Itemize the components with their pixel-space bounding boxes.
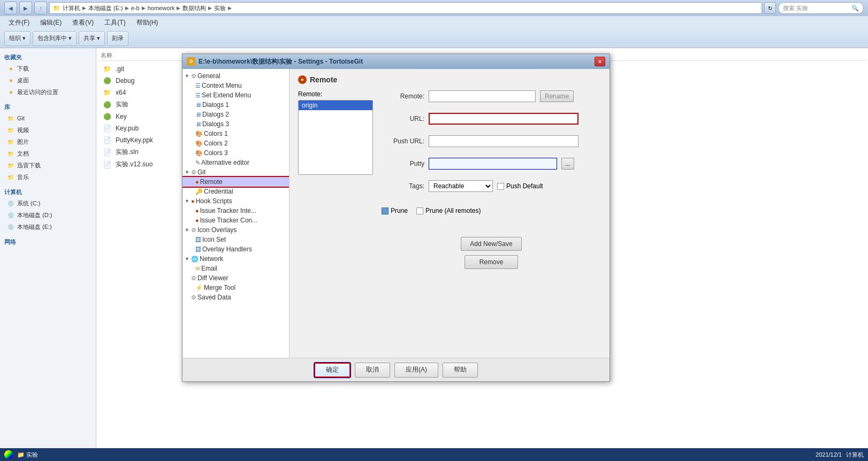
address-part-1[interactable]: 本地磁盘 (E:)	[88, 4, 123, 12]
sidebar-favorites-title[interactable]: 收藏夹	[2, 52, 94, 63]
drive-icon-d: 💿	[6, 211, 15, 219]
address-part-4[interactable]: 数据结构	[182, 4, 206, 12]
dialog-footer: 确定 取消 应用(A) 帮助	[182, 358, 610, 381]
tags-select[interactable]: Reachable All None	[429, 180, 493, 192]
tree-item-network[interactable]: ▼ 🌐 Network	[182, 254, 289, 264]
back-button[interactable]: ◀	[4, 2, 17, 14]
menu-view[interactable]: 查看(V)	[68, 17, 98, 28]
remote-list-box[interactable]: origin	[298, 100, 373, 175]
library-button[interactable]: 包含到库中 ▾	[33, 31, 77, 46]
tree-item-context-menu[interactable]: ☰ Context Menu	[182, 81, 289, 90]
rename-button[interactable]: Rename	[540, 90, 574, 102]
prune-checkbox[interactable]	[382, 208, 389, 214]
sidebar-section-network: 网络	[2, 237, 94, 247]
gear-icon-icon: ⚙	[191, 227, 196, 234]
merge-icon: ⚡	[195, 285, 203, 291]
address-part-3[interactable]: homework	[148, 5, 175, 11]
dialog-close-button[interactable]: ×	[595, 57, 605, 66]
folder-icon-video: 📁	[6, 126, 15, 134]
tracker-icon-int: ●	[195, 208, 199, 214]
sidebar-item-music[interactable]: 📁 音乐	[2, 171, 94, 183]
tree-item-diff-viewer[interactable]: ⚙ Diff Viewer	[182, 273, 289, 283]
tree-item-dialogs2[interactable]: 🖥 Dialogs 2	[182, 110, 289, 119]
push-default-checkbox[interactable]	[497, 183, 504, 190]
sidebar-item-docs[interactable]: 📁 文档	[2, 148, 94, 159]
sidebar-item-xunlei[interactable]: 📁 迅雷下载	[2, 159, 94, 171]
sidebar-item-desktop[interactable]: ★ 桌面	[2, 74, 94, 86]
windows-logo[interactable]	[4, 450, 13, 459]
dialog-title-icon: ⚙	[187, 57, 195, 66]
colors-icon-1: 🎨	[195, 130, 203, 137]
address-part-5[interactable]: 实验	[214, 4, 226, 12]
sidebar-network-title[interactable]: 网络	[2, 237, 94, 247]
remove-button[interactable]: Remove	[465, 255, 518, 269]
tree-item-alt-editor[interactable]: ✎ Alternative editor	[182, 158, 289, 167]
sidebar-item-pictures[interactable]: 📁 图片	[2, 136, 94, 148]
address-part-2[interactable]: e-b	[131, 5, 140, 11]
gear-icon-saved: ⚙	[191, 294, 196, 301]
prune-all-checkbox[interactable]	[416, 208, 423, 214]
sidebar-item-video[interactable]: 📁 视频	[2, 124, 94, 136]
tree-item-email[interactable]: ✉ Email	[182, 264, 289, 273]
tree-item-credential[interactable]: 🔑 Credential	[182, 187, 289, 196]
sidebar-item-git[interactable]: 📁 Git	[2, 112, 94, 124]
network-icon: 🌐	[191, 256, 199, 263]
apply-button[interactable]: 应用(A)	[394, 363, 438, 378]
tree-item-dialogs1[interactable]: 🖥 Dialogs 1	[182, 100, 289, 110]
organize-button[interactable]: 组织 ▾	[4, 31, 31, 46]
sidebar-library-title[interactable]: 库	[2, 102, 94, 112]
sidebar-item-e-drive[interactable]: 💿 本地磁盘 (E:)	[2, 221, 94, 233]
up-button[interactable]: ↑	[34, 2, 47, 14]
menu-tools[interactable]: 工具(T)	[100, 17, 130, 28]
remote-name-input[interactable]	[429, 90, 536, 102]
tree-item-set-extend[interactable]: ☰ Set Extend Menu	[182, 90, 289, 100]
tree-item-issue-tracker-int[interactable]: ● Issue Tracker Inte...	[182, 206, 289, 216]
ok-button[interactable]: 确定	[314, 363, 351, 378]
forward-button[interactable]: ▶	[19, 2, 32, 14]
url-input[interactable]	[429, 113, 578, 125]
tree-item-dialogs3[interactable]: 🖥 Dialogs 3	[182, 119, 289, 129]
star-icon-2: ★	[6, 76, 15, 84]
tree-item-colors3[interactable]: 🎨 Colors 3	[182, 148, 289, 158]
help-button[interactable]: 帮助	[443, 363, 478, 378]
tree-item-merge-tool[interactable]: ⚡ Merge Tool	[182, 283, 289, 293]
tree-item-icon-set[interactable]: 🖼 Icon Set	[182, 235, 289, 244]
menu-help[interactable]: 帮助(H)	[132, 17, 163, 28]
file-icon-2: 📄	[103, 136, 111, 144]
address-bar[interactable]: 📁 计算机 ▶ 本地磁盘 (E:) ▶ e-b ▶ homework ▶ 数据结…	[49, 2, 762, 14]
file-icon-4: 📄	[103, 160, 111, 169]
monitor-icon-1: 🖥	[195, 102, 201, 108]
putty-row: Putty ...	[382, 158, 601, 170]
tree-item-saved-data[interactable]: ⚙ Saved Data	[182, 293, 289, 302]
add-new-save-button[interactable]: Add New/Save	[461, 237, 521, 251]
tree-item-overlay-handlers[interactable]: 🖼 Overlay Handlers	[182, 244, 289, 254]
tree-item-colors2[interactable]: 🎨 Colors 2	[182, 139, 289, 148]
tree-item-hook-scripts[interactable]: ▼ ● Hook Scripts	[182, 196, 289, 206]
tree-item-icon-overlays[interactable]: ▼ ⚙ Icon Overlays	[182, 225, 289, 235]
push-url-input[interactable]	[429, 135, 578, 147]
tree-item-general[interactable]: ▼ ⚙ General	[182, 71, 289, 81]
menu-file[interactable]: 文件(F)	[4, 17, 34, 28]
menu-edit[interactable]: 编辑(E)	[36, 17, 66, 28]
address-part-0[interactable]: 计算机	[63, 4, 80, 12]
sidebar-computer-title[interactable]: 计算机	[2, 187, 94, 197]
putty-input[interactable]	[429, 158, 557, 170]
taskbar-item-explorer[interactable]: 📁 实验	[17, 451, 38, 459]
tree-item-colors1[interactable]: 🎨 Colors 1	[182, 129, 289, 139]
refresh-button[interactable]: ↻	[764, 2, 776, 14]
sidebar-item-c-drive[interactable]: 💿 系统 (C:)	[2, 197, 94, 209]
tree-item-remote[interactable]: ● Remote	[182, 177, 289, 187]
burn-button[interactable]: 刻录	[107, 31, 128, 46]
tree-item-issue-tracker-con[interactable]: ● Issue Tracker Con...	[182, 216, 289, 225]
sidebar-item-recent[interactable]: ★ 最近访问的位置	[2, 86, 94, 98]
search-bar[interactable]: 搜索 实验 🔍	[778, 2, 864, 14]
green-folder-icon-3: 🟢	[103, 112, 111, 121]
share-button[interactable]: 共享 ▾	[79, 31, 105, 46]
browse-button[interactable]: ...	[561, 158, 574, 170]
dialog-title-bar: ⚙ E:\e-b\homework\数据结构\实验 - Settings - T…	[182, 54, 610, 69]
sidebar-item-d-drive[interactable]: 💿 本地磁盘 (D:)	[2, 209, 94, 221]
cancel-button[interactable]: 取消	[355, 363, 390, 378]
tree-item-git[interactable]: ▼ ⚙ Git	[182, 167, 289, 177]
sidebar-item-download[interactable]: ★ 下载	[2, 63, 94, 74]
drive-icon-c: 💿	[6, 199, 15, 208]
